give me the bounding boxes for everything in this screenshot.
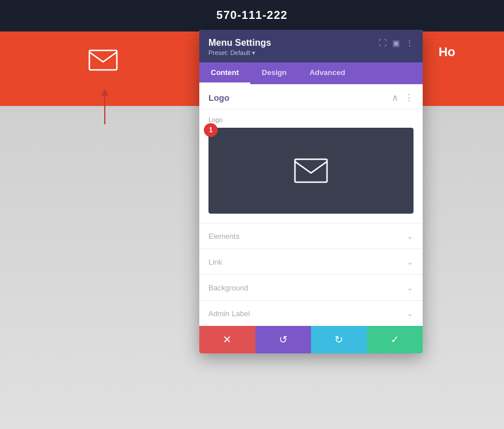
logo-badge: 1 — [204, 123, 218, 137]
header-bar-right — [421, 32, 504, 106]
preset-label: Preset: Default — [208, 49, 250, 56]
modal-body: Logo ∧ ⋮ Logo 1 Elements ⌄ — [199, 84, 423, 326]
layout-icon[interactable]: ▣ — [392, 39, 400, 47]
accordion-background[interactable]: Background ⌄ — [199, 274, 423, 300]
logo-field-label: Logo — [208, 116, 414, 123]
fullscreen-icon[interactable]: ⛶ — [379, 39, 387, 47]
accordion-label-link: Link — [208, 258, 222, 266]
chevron-down-admin: ⌄ — [407, 309, 414, 318]
chevron-down-elements: ⌄ — [407, 231, 414, 241]
section-header-icons: ∧ ⋮ — [392, 92, 414, 103]
save-button[interactable]: ✓ — [367, 326, 423, 353]
accordion-label-background: Background — [208, 284, 248, 292]
more-icon[interactable]: ⋮ — [405, 39, 414, 47]
accordion-label-elements: Elements — [208, 232, 239, 241]
redo-button[interactable]: ↻ — [311, 326, 367, 353]
logo-mail-icon — [294, 158, 328, 183]
tab-design[interactable]: Design — [250, 62, 298, 84]
svg-rect-0 — [89, 50, 117, 70]
header-text: Ho — [439, 45, 455, 60]
collapse-icon[interactable]: ∧ — [392, 92, 399, 103]
mail-icon-area — [80, 37, 126, 83]
chevron-down-background: ⌄ — [407, 283, 414, 292]
tab-advanced[interactable]: Advanced — [298, 62, 356, 84]
reset-button[interactable]: ↺ — [255, 326, 312, 353]
accordion-admin-label[interactable]: Admin Label ⌄ — [199, 300, 423, 326]
mail-icon — [88, 49, 118, 71]
menu-settings-modal: Menu Settings Preset: Default ▾ ⛶ ▣ ⋮ Co… — [199, 30, 423, 353]
tab-content[interactable]: Content — [199, 62, 250, 84]
phone-number: 570-111-222 — [216, 9, 288, 22]
chevron-down-link: ⌄ — [407, 257, 414, 266]
modal-title: Menu Settings — [208, 38, 271, 48]
arrow-head — [101, 89, 108, 96]
cancel-button[interactable]: ✕ — [199, 326, 255, 353]
modal-header-icons: ⛶ ▣ ⋮ — [379, 39, 414, 47]
tabs-bar: Content Design Advanced — [199, 62, 423, 84]
accordion-elements[interactable]: Elements ⌄ — [199, 223, 423, 249]
modal-title-block: Menu Settings Preset: Default ▾ — [208, 38, 271, 57]
arrow-line — [104, 96, 105, 124]
accordion-label-admin: Admin Label — [208, 309, 250, 318]
modal-preset[interactable]: Preset: Default ▾ — [208, 49, 271, 57]
logo-section: Logo 1 — [199, 109, 423, 223]
svg-rect-1 — [295, 159, 327, 182]
up-arrow — [101, 89, 108, 124]
logo-section-header: Logo ∧ ⋮ — [199, 84, 423, 109]
logo-preview-wrap: 1 — [208, 128, 414, 214]
accordion-link[interactable]: Link ⌄ — [199, 249, 423, 274]
logo-section-title: Logo — [208, 93, 230, 103]
modal-footer: ✕ ↺ ↻ ✓ — [199, 326, 423, 353]
section-more-icon[interactable]: ⋮ — [404, 92, 414, 103]
preset-arrow: ▾ — [252, 49, 255, 56]
modal-header: Menu Settings Preset: Default ▾ ⛶ ▣ ⋮ — [199, 30, 423, 62]
logo-preview[interactable] — [208, 128, 414, 214]
